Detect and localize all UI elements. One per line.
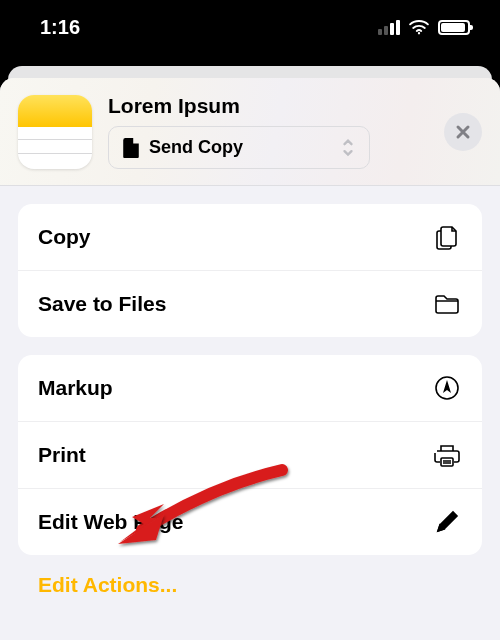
- action-label: Print: [38, 443, 86, 467]
- action-group-2: Markup Print Edit Web Page: [18, 355, 482, 555]
- action-label: Save to Files: [38, 292, 166, 316]
- close-icon: [455, 124, 471, 140]
- chevron-up-down-icon: [341, 136, 355, 159]
- svg-point-0: [418, 32, 420, 34]
- battery-icon: [438, 20, 470, 35]
- markup-action[interactable]: Markup: [18, 355, 482, 421]
- dropdown-label: Send Copy: [149, 137, 331, 158]
- close-button[interactable]: [444, 113, 482, 151]
- share-body: Copy Save to Files Markup Print Edit Web…: [0, 204, 500, 617]
- pencil-icon: [432, 507, 462, 537]
- cellular-signal-icon: [378, 20, 400, 35]
- printer-icon: [432, 440, 462, 470]
- print-action[interactable]: Print: [18, 421, 482, 488]
- folder-icon: [432, 289, 462, 319]
- save-to-files-action[interactable]: Save to Files: [18, 270, 482, 337]
- action-group-1: Copy Save to Files: [18, 204, 482, 337]
- status-bar: 1:16: [0, 0, 500, 54]
- markup-icon: [432, 373, 462, 403]
- send-copy-dropdown[interactable]: Send Copy: [108, 126, 370, 169]
- document-icon: [123, 138, 139, 158]
- svg-rect-2: [441, 458, 453, 466]
- copy-icon: [432, 222, 462, 252]
- action-label: Markup: [38, 376, 113, 400]
- status-time: 1:16: [40, 16, 80, 39]
- share-sheet: Lorem Ipsum Send Copy Copy Save to Files: [0, 78, 500, 640]
- edit-actions-link[interactable]: Edit Actions...: [18, 555, 482, 597]
- share-title: Lorem Ipsum: [108, 94, 428, 118]
- status-indicators: [378, 19, 470, 35]
- wifi-icon: [408, 19, 430, 35]
- action-label: Copy: [38, 225, 91, 249]
- copy-action[interactable]: Copy: [18, 204, 482, 270]
- notes-app-icon: [18, 95, 92, 169]
- share-header: Lorem Ipsum Send Copy: [0, 78, 500, 186]
- action-label: Edit Web Page: [38, 510, 183, 534]
- edit-web-page-action[interactable]: Edit Web Page: [18, 488, 482, 555]
